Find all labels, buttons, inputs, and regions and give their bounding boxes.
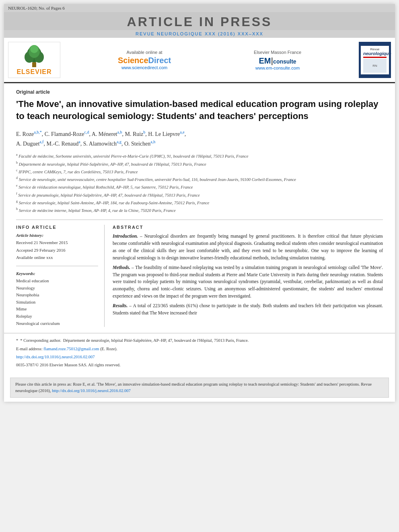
keyword-3: Neurophobia <box>16 292 98 299</box>
corresponding-star: * <box>16 337 18 344</box>
page: NEUROL-1620; No. of Pages 6 ARTICLE IN P… <box>4 4 395 402</box>
article-type-label: Original article <box>16 89 383 95</box>
citation-box: Please cite this article in press as: Ro… <box>10 378 389 398</box>
logos-row: ELSEVIER Available online at ScienceDire… <box>4 38 395 83</box>
article-in-press-banner: ARTICLE IN PRESS <box>4 12 395 30</box>
abstract-heading: ABSTRACT <box>113 225 383 230</box>
two-col-section: INFO ARTICLE Article history: Received 2… <box>16 225 383 327</box>
science-text: Science <box>118 56 148 65</box>
abstract-intro: Introduction. – Neurological disorders a… <box>113 233 383 261</box>
affil-e: e Service de rééducation neurologique, h… <box>16 183 383 190</box>
info-article-col: INFO ARTICLE Article history: Received 2… <box>16 225 105 327</box>
revue-neurologique-logo: Revue neurologique RN <box>359 42 391 78</box>
banner-title: ARTICLE IN PRESS <box>4 14 395 29</box>
abstract-results: Results. – A total of 223/365 students (… <box>113 302 383 317</box>
email-suffix: (E. Roze). <box>100 347 117 351</box>
corresponding-text: Département de neurologie, hôpital Pitié… <box>63 337 249 344</box>
divider-1 <box>16 220 383 220</box>
rn-logo-line1: Revue <box>363 47 387 51</box>
doc-id: NEUROL-1620; No. of Pages 6 <box>8 6 65 10</box>
sciencedirect-url[interactable]: www.sciencedirect.com <box>118 65 171 70</box>
svg-point-5 <box>30 45 38 53</box>
abstract-col: ABSTRACT Introduction. – Neurological di… <box>113 225 383 327</box>
elsevier-label: ELSEVIER <box>16 68 51 76</box>
info-article-heading: INFO ARTICLE <box>16 225 98 230</box>
keyword-4: Simulation <box>16 299 98 306</box>
keyword-1: Medical education <box>16 277 98 285</box>
abstract-text: Introduction. – Neurological disorders a… <box>113 233 383 316</box>
doi-line: http://dx.doi.org/10.1016/j.neurol.2016.… <box>16 354 383 361</box>
keywords-label: Keywords: <box>16 271 98 276</box>
article-history-label: Article history: <box>16 233 98 238</box>
corresponding-author-note: * * Corresponding author. Département de… <box>16 337 383 344</box>
em-consulte-logo: EM|consulte <box>254 56 301 66</box>
available-online-label: Available online at <box>118 50 171 55</box>
affil-d: d Service de neurologie, unité neurovasc… <box>16 176 383 183</box>
authors-line: E. Rozea,b,*, C. Flamand-Rozec,d, A. Mén… <box>16 129 383 148</box>
copyright-line: 0035-3787/© 2016 Elsevier Masson SAS. Al… <box>16 362 383 369</box>
email-line: E-mail address: flamand.roze.75012@gmail… <box>16 346 383 353</box>
intro-label: Introduction. <box>113 234 138 238</box>
rn-logo-line2: neurologique <box>363 51 387 56</box>
email-label: E-mail address: <box>16 347 43 351</box>
results-label: Results. <box>113 303 128 308</box>
header-bar: NEUROL-1620; No. of Pages 6 <box>4 4 395 12</box>
affil-g: g Service de neurologie, hôpital Saint-A… <box>16 199 383 206</box>
received-date: Received 21 November 2015 <box>16 239 98 246</box>
affil-a: a Faculté de médecine, Sorbonne universi… <box>16 152 383 159</box>
footer-notes: * * Corresponding author. Département de… <box>4 333 395 374</box>
em-consulte-url[interactable]: www.em-consulte.com <box>254 66 301 70</box>
article-content: Original article 'The Move', an innovati… <box>4 83 395 333</box>
methods-text: – The feasibility of mime-based roleplay… <box>113 265 383 298</box>
doi-link[interactable]: http://dx.doi.org/10.1016/j.neurol.2016.… <box>16 355 95 359</box>
affil-b: b Département de neurologie, hôpital Pit… <box>16 160 383 167</box>
svg-rect-0 <box>32 62 36 67</box>
banner-subtitle: REVUE NEUROLOGIQUE XXX (2016) XXX–XXX <box>4 30 395 38</box>
em-text: EM <box>259 56 271 65</box>
elsevier-masson-label: Elsevier Masson France <box>254 50 301 55</box>
article-title: 'The Move', an innovative simulation-bas… <box>16 98 383 122</box>
em-consulte-block: Elsevier Masson France EM|consulte www.e… <box>254 50 301 70</box>
available-date: Available online xxx <box>16 254 98 261</box>
center-logos: Available online at ScienceDirect www.sc… <box>68 42 351 78</box>
intro-text: – Neurological disorders are frequently … <box>113 234 383 260</box>
affil-c: c IFPPC, centre CAMKeys, 7, rue des Cord… <box>16 168 383 175</box>
citation-doi-link[interactable]: http://dx.doi.org/10.1016/j.neurol.2016.… <box>52 388 131 393</box>
consulte-text: consulte <box>273 58 296 65</box>
affil-h: h Service de médecine interne, hôpital T… <box>16 207 383 214</box>
corresponding-label: * Corresponding author. <box>20 337 61 344</box>
accepted-date: Accepted 29 February 2016 <box>16 247 98 254</box>
affiliations-section: a Faculté de médecine, Sorbonne universi… <box>16 152 383 214</box>
results-text: – A total of 223/365 students (61%) chos… <box>113 303 383 315</box>
sciencedirect-logo: ScienceDirect <box>118 56 171 65</box>
keywords-section: Keywords: Medical education Neurology Ne… <box>16 271 98 327</box>
keyword-2: Neurology <box>16 285 98 292</box>
keyword-5: Mime <box>16 306 98 313</box>
affil-f: f Service de pneumologie, hôpital Pitié-… <box>16 191 383 198</box>
email-link[interactable]: flamand.roze.75012@gmail.com <box>43 347 99 351</box>
elsevier-tree-icon <box>18 44 50 68</box>
keyword-7: Neurological curriculum <box>16 320 98 327</box>
keyword-6: Roleplay <box>16 313 98 320</box>
sciencedirect-block: Available online at ScienceDirect www.sc… <box>118 50 171 70</box>
elsevier-logo: ELSEVIER <box>8 42 60 78</box>
methods-label: Methods. <box>113 265 130 270</box>
divider-info <box>16 266 98 266</box>
abstract-methods: Methods. – The feasibility of mime-based… <box>113 264 383 300</box>
direct-text: Direct <box>148 56 171 65</box>
